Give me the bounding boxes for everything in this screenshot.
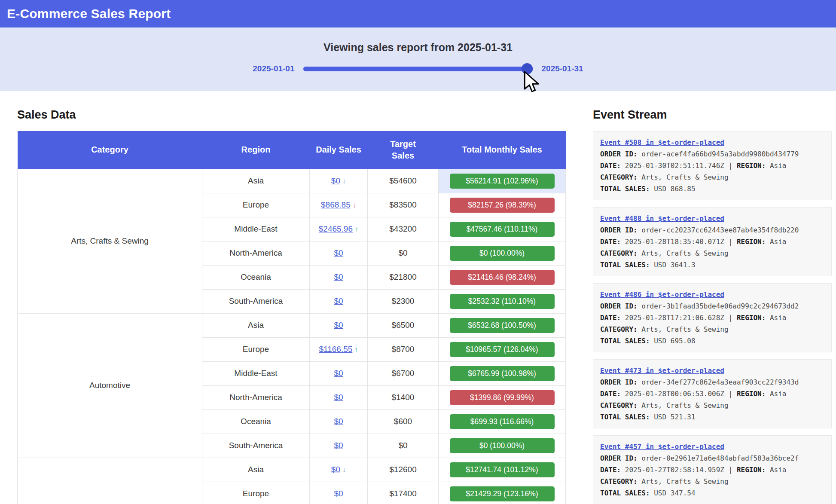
target-sales-cell: $6700 [368, 361, 439, 385]
daily-sales-link[interactable]: $1166.55 [319, 345, 352, 354]
daily-sales-link[interactable]: $0 [331, 176, 340, 185]
daily-sales-cell: $2465.96 ↑ [310, 217, 368, 241]
event-link[interactable]: Event #488 in $et-order-placed [600, 213, 824, 224]
region-cell: Europe [202, 337, 310, 361]
event-field: CATEGORY: Arts, Crafts & Sewing [600, 171, 824, 183]
event-stream-panel: Event Stream Event #508 in $et-order-pla… [593, 108, 832, 504]
event-field-label: REGION: [737, 162, 766, 170]
event-field: CATEGORY: Arts, Crafts & Sewing [600, 476, 824, 487]
event-field-label: ORDER ID: [600, 150, 638, 158]
daily-sales-cell: $0 ↓ [310, 458, 368, 482]
category-cell [18, 458, 202, 504]
main-content: Sales Data Category Region Daily Sales T… [0, 91, 836, 504]
total-monthly-sales-cell: $6532.68 (100.50%) [439, 313, 566, 337]
event-link[interactable]: Event #486 in $et-order-placed [600, 289, 824, 300]
monthly-sales-badge: $6532.68 (100.50%) [450, 318, 555, 333]
daily-sales-link[interactable]: $0 [334, 369, 343, 378]
event-field: TOTAL SALES: USD 521.31 [600, 411, 824, 423]
region-cell: Asia [202, 169, 310, 193]
total-monthly-sales-cell: $56214.91 (102.96%) [439, 169, 566, 193]
region-cell: South-America [202, 289, 310, 313]
daily-sales-link[interactable]: $0 [334, 296, 343, 305]
daily-sales-link[interactable]: $868.85 [321, 200, 351, 209]
event-card: Event #457 in $et-order-placedORDER ID: … [593, 435, 832, 504]
daily-sales-link[interactable]: $0 [334, 441, 343, 450]
daily-sales-link[interactable]: $0 [334, 272, 343, 281]
event-field: DATE: 2025-01-28T17:21:06.628Z | REGION:… [600, 312, 824, 324]
daily-sales-link[interactable]: $0 [334, 321, 343, 330]
sales-table-body: Arts, Crafts & SewingAsia$0 ↓$54600$5621… [18, 169, 566, 504]
daily-sales-cell: $0 [310, 409, 368, 434]
monthly-sales-badge: $12741.74 (101.12%) [450, 462, 555, 477]
event-field-label: REGION: [737, 238, 766, 246]
event-field-label: TOTAL SALES: [600, 489, 650, 497]
event-field-label: ORDER ID: [600, 454, 638, 462]
monthly-sales-badge: $47567.46 (110.11%) [450, 222, 555, 237]
total-monthly-sales-cell: $699.93 (116.66%) [439, 409, 566, 434]
date-slider[interactable] [303, 67, 533, 71]
event-field-label: DATE: [600, 390, 621, 398]
monthly-sales-badge: $699.93 (116.66%) [450, 414, 555, 429]
event-field-label: DATE: [600, 162, 621, 170]
event-field: DATE: 2025-01-27T02:58:14.959Z | REGION:… [600, 464, 824, 476]
slider-title: Viewing sales report from 2025-01-31 [0, 27, 836, 54]
event-field-label: REGION: [737, 390, 766, 398]
target-sales-cell: $6500 [368, 313, 439, 337]
daily-sales-link[interactable]: $0 [331, 465, 340, 474]
target-sales-cell: $0 [368, 241, 439, 265]
trend-down-icon: ↓ [340, 466, 346, 474]
category-cell: Automotive [18, 313, 202, 458]
target-sales-cell: $2300 [368, 289, 439, 313]
event-field: DATE: 2025-01-28T00:06:53.006Z | REGION:… [600, 388, 824, 400]
page-title: E-Commerce Sales Report [7, 6, 171, 21]
trend-up-icon: ↑ [353, 225, 358, 233]
event-field: TOTAL SALES: USD 347.54 [600, 487, 824, 499]
monthly-sales-badge: $2532.32 (110.10%) [450, 294, 555, 309]
trend-down-icon: ↓ [351, 201, 356, 209]
daily-sales-link[interactable]: $2465.96 [319, 224, 353, 233]
event-field-label: CATEGORY: [600, 173, 638, 181]
event-field-label: REGION: [737, 314, 766, 322]
event-field: DATE: 2025-01-30T02:51:11.746Z | REGION:… [600, 160, 824, 171]
event-field-label: TOTAL SALES: [600, 185, 650, 193]
mouse-cursor-icon [523, 70, 540, 95]
daily-sales-cell: $0 [310, 385, 368, 409]
daily-sales-link[interactable]: $0 [334, 393, 343, 402]
event-field-label: REGION: [737, 466, 766, 474]
event-field: TOTAL SALES: USD 3641.3 [600, 259, 824, 271]
total-monthly-sales-cell: $2532.32 (110.10%) [439, 289, 566, 313]
trend-down-icon: ↓ [340, 177, 346, 185]
target-sales-cell: $21800 [368, 265, 439, 289]
event-field: ORDER ID: order-0e2961e71a6e484abfadf583… [600, 452, 824, 464]
total-monthly-sales-cell: $82157.26 (98.39%) [439, 193, 566, 217]
monthly-sales-badge: $21429.29 (123.16%) [450, 486, 555, 501]
event-link[interactable]: Event #508 in $et-order-placed [600, 137, 824, 148]
event-field-label: ORDER ID: [600, 378, 638, 386]
total-monthly-sales-cell: $12741.74 (101.12%) [439, 458, 566, 482]
event-field-label: CATEGORY: [600, 325, 638, 333]
event-field-label: CATEGORY: [600, 401, 638, 409]
daily-sales-cell: $0 [310, 241, 368, 265]
target-sales-cell: $600 [368, 409, 439, 434]
daily-sales-cell: $0 [310, 482, 368, 504]
daily-sales-link[interactable]: $0 [334, 248, 343, 257]
region-cell: Oceania [202, 409, 310, 434]
total-monthly-sales-cell: $47567.46 (110.11%) [439, 217, 566, 241]
target-sales-cell: $1400 [368, 385, 439, 409]
target-sales-cell: $83500 [368, 193, 439, 217]
event-field: ORDER ID: order-3b1faad35bde4e06ad99c2c2… [600, 300, 824, 312]
monthly-sales-badge: $82157.26 (98.39%) [450, 198, 555, 213]
sales-section: Sales Data Category Region Daily Sales T… [17, 108, 565, 504]
event-link[interactable]: Event #473 in $et-order-placed [600, 365, 824, 376]
daily-sales-link[interactable]: $0 [334, 417, 343, 426]
event-link[interactable]: Event #457 in $et-order-placed [600, 441, 824, 452]
col-header-daily-sales: Daily Sales [310, 131, 368, 169]
daily-sales-cell: $868.85 ↓ [310, 193, 368, 217]
monthly-sales-badge: $1399.86 (99.99%) [450, 390, 555, 405]
event-field-label: ORDER ID: [600, 302, 638, 310]
total-monthly-sales-cell: $21429.29 (123.16%) [439, 482, 566, 504]
event-field: CATEGORY: Arts, Crafts & Sewing [600, 400, 824, 411]
daily-sales-link[interactable]: $0 [334, 489, 343, 498]
total-monthly-sales-cell: $1399.86 (99.99%) [439, 385, 566, 409]
region-cell: South-America [202, 434, 310, 458]
